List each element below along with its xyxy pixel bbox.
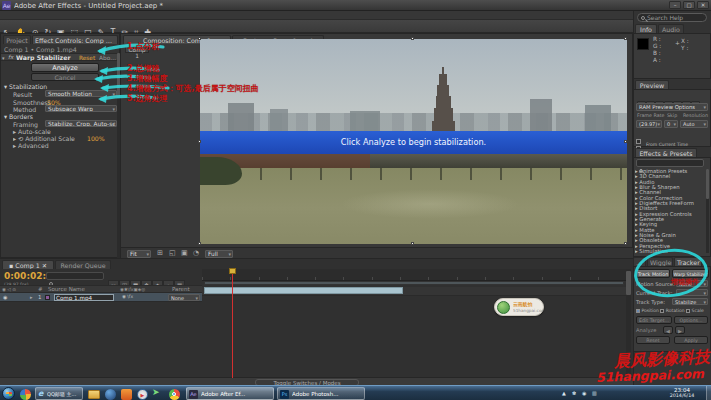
rotation-checkbox[interactable] xyxy=(660,309,664,313)
col-hash[interactable]: # xyxy=(38,286,43,292)
resolution-dropdown[interactable]: Full xyxy=(205,250,233,258)
layer-name[interactable]: Comp 1.mp4 xyxy=(54,294,114,301)
magnification-dropdown[interactable]: Fit xyxy=(127,250,151,258)
search-help-input[interactable]: Search Help xyxy=(637,13,707,22)
track-type-dropdown[interactable]: Stabilize xyxy=(672,298,708,305)
tracker-apply-button[interactable]: Apply xyxy=(674,336,708,344)
current-time-indicator-head[interactable] xyxy=(229,268,236,274)
effect-header-row[interactable]: ▾ fx Warp Stabilizer Reset About.. xyxy=(1,53,121,61)
maximize-button[interactable]: ▢ xyxy=(683,1,695,9)
layer-handle[interactable] xyxy=(198,37,201,40)
menu-bar: FileEditCompositionLayerEffectAnimationV… xyxy=(0,11,711,20)
tab-project[interactable]: Project xyxy=(3,35,31,44)
col-source-name[interactable]: Source Name xyxy=(48,286,85,292)
tab-info[interactable]: Info xyxy=(635,24,657,33)
browser-orb-icon[interactable] xyxy=(105,389,116,400)
orange-app-icon[interactable] xyxy=(121,389,132,400)
framing-dropdown[interactable]: Stabilize, Crop, Auto-sc.. xyxy=(45,120,117,127)
photoshop-taskbar-button[interactable]: Ps Adobe Photosh... xyxy=(277,387,365,400)
layer-handle[interactable] xyxy=(624,37,627,40)
scale-checkbox[interactable] xyxy=(686,309,690,313)
tracker-reset-button[interactable]: Reset xyxy=(636,336,670,344)
video-frame[interactable]: Click Analyze to begin stabilization. xyxy=(200,39,627,244)
advanced-row[interactable]: ▸ Advanced xyxy=(13,142,49,149)
layer-twirl-icon[interactable]: ▸ xyxy=(30,294,33,300)
tab-render-queue[interactable]: Render Queue xyxy=(55,260,111,269)
parent-dropdown[interactable]: None xyxy=(168,294,200,301)
skip-dropdown[interactable]: 0 xyxy=(664,120,678,128)
after-effects-taskbar-button[interactable]: Ae Adobe After Ef... xyxy=(186,387,274,400)
analyze-forward-button[interactable]: ▶ xyxy=(675,326,685,334)
tab-timeline-comp[interactable]: ▪ Comp 1 ✕ xyxy=(2,260,54,269)
media-app-icon[interactable] xyxy=(20,389,31,400)
result-dropdown[interactable]: Smooth Motion xyxy=(45,90,117,97)
layer-handle[interactable] xyxy=(411,242,414,245)
safe-guides-icon[interactable]: ⊞ xyxy=(157,249,163,257)
start-button[interactable] xyxy=(2,387,15,400)
layer-duration-bar[interactable] xyxy=(204,287,403,294)
cancel-button[interactable]: Cancel xyxy=(31,73,99,81)
tab-effect-controls[interactable]: Effect Controls: Comp 1.mp4 xyxy=(32,35,118,44)
eye-icon[interactable]: ◉ xyxy=(3,294,7,300)
layer-handle[interactable] xyxy=(198,242,201,245)
label-color-swatch[interactable] xyxy=(45,295,50,300)
media-player-icon[interactable]: ▶ xyxy=(137,389,148,400)
group-borders[interactable]: ▾ Borders xyxy=(4,113,33,120)
col-parent[interactable]: Parent xyxy=(172,286,190,292)
clock-date: 2014/6/14 xyxy=(660,393,704,399)
time-ruler[interactable] xyxy=(202,269,626,281)
preview-resolution-dropdown[interactable]: Auto xyxy=(680,120,708,128)
mask-visibility-icon[interactable]: ◱ xyxy=(169,249,176,257)
minimize-button[interactable]: – xyxy=(669,1,681,9)
effect-controls-panel: Project Effect Controls: Comp 1.mp4 Comp… xyxy=(0,33,120,258)
tab-audio[interactable]: Audio xyxy=(658,24,684,33)
effects-scrollbar[interactable] xyxy=(706,169,709,253)
layer-row[interactable]: ◉ ▸ 1 Comp 1.mp4 ◉ \fx None xyxy=(0,293,202,302)
tray-update-icon[interactable]: ✽ xyxy=(572,390,576,396)
taskbar-clock[interactable]: 23:04 2014/6/14 xyxy=(660,387,704,400)
edit-target-button[interactable]: Edit Target... xyxy=(636,316,672,324)
frame-rate-dropdown[interactable]: (29.97) xyxy=(636,120,662,128)
additional-scale-row[interactable]: ▸ ⟲ Additional Scale xyxy=(13,135,83,142)
close-button[interactable]: ✕ xyxy=(697,1,709,9)
layer-handle[interactable] xyxy=(624,242,627,245)
snapshot-icon[interactable]: ▣ xyxy=(181,249,188,257)
position-checkbox[interactable] xyxy=(636,309,640,313)
layer-handle[interactable] xyxy=(411,37,414,40)
additional-scale-value[interactable]: 100% xyxy=(87,135,105,142)
chrome-icon[interactable] xyxy=(169,389,180,400)
show-channel-icon[interactable]: ◔ xyxy=(193,249,199,257)
close-icon[interactable]: ✕ xyxy=(42,262,47,269)
layer-switches[interactable]: ◉ \fx xyxy=(122,294,133,299)
autoscale-row[interactable]: ▸ Auto-scale xyxy=(13,128,51,135)
layer-handle[interactable] xyxy=(624,140,627,143)
explorer-folder-icon[interactable] xyxy=(88,390,100,399)
timeline-search-input[interactable] xyxy=(46,272,104,280)
result-label: Result xyxy=(13,91,32,98)
current-time-indicator-line[interactable] xyxy=(232,268,233,378)
options-button[interactable]: Options... xyxy=(674,316,708,324)
tab-effects-presets[interactable]: Effects & Presets xyxy=(635,148,697,157)
twirl-icon[interactable]: ▾ xyxy=(2,55,5,61)
bridge-piers xyxy=(200,168,627,180)
effects-category-list: ▸ Animation Presets ▸ 3D Channel ▸ Audio… xyxy=(635,169,705,255)
effects-search-input[interactable] xyxy=(636,159,704,167)
analyze-backward-button[interactable]: ◀ xyxy=(663,326,673,334)
group-stabilization[interactable]: ▾ Stabilization xyxy=(4,83,47,90)
work-area-bar[interactable] xyxy=(204,281,624,285)
badge-logo-icon xyxy=(497,301,510,314)
analyze-button[interactable]: Analyze xyxy=(31,63,99,72)
green-arrow-app-icon[interactable]: ➤ xyxy=(152,387,160,397)
reset-link[interactable]: Reset xyxy=(79,55,95,61)
tray-volume-icon[interactable]: ◉ xyxy=(582,390,586,396)
tray-network-icon[interactable]: ▥ xyxy=(592,390,597,396)
tray-show-hidden-icon[interactable]: ▲ xyxy=(562,390,566,396)
track-type-label: Track Type: xyxy=(636,299,665,305)
ram-preview-options-dropdown[interactable]: RAM Preview Options xyxy=(636,103,708,111)
show-desktop-button[interactable] xyxy=(706,386,711,400)
method-dropdown[interactable]: Subspace Warp xyxy=(45,105,117,112)
layer-handle[interactable] xyxy=(198,140,201,143)
about-link[interactable]: About.. xyxy=(99,55,117,61)
tab-preview[interactable]: Preview xyxy=(635,80,669,89)
ie-window-button[interactable]: e QQ邮箱 主... xyxy=(35,387,83,400)
